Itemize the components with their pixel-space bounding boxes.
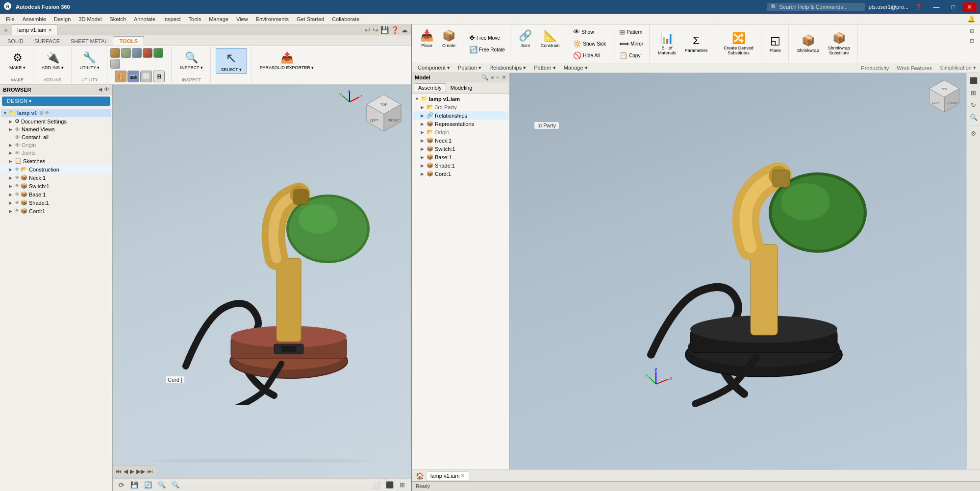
window-maximize-btn[interactable]: □ [947,2,959,12]
model-tree-root[interactable]: ▼ 📁 lamp v1.iam [413,95,508,103]
color-btn-6[interactable] [110,59,120,69]
model-tree-representations[interactable]: ▶ 📦 Representations [413,120,508,128]
play-prev-btn[interactable]: ◀ [124,468,128,475]
model-search-icon[interactable]: 🔍 [481,74,489,81]
model-tree-relationships[interactable]: ▶ 🔗 Relationships [413,111,508,120]
copy-btn[interactable]: 📋 Copy [616,50,646,61]
menu-collaborate[interactable]: Collaborate [328,15,363,23]
view-cube-btn[interactable]: ⬜ [370,480,382,490]
zoom-in-btn[interactable]: 🔍 [156,480,168,490]
viewcube[interactable]: TOP FRONT LEFT [364,92,403,131]
joint-btn[interactable]: 🔗 Joint [515,26,535,51]
search-help-commands[interactable]: 🔍 Search Help & Commands... [767,3,865,11]
grid-display-btn[interactable]: ⊞ [398,480,407,490]
rps-settings-btn[interactable]: ⚙ [968,128,979,139]
menu-annotate[interactable]: Annotate [130,15,159,23]
model-tree-3rdparty[interactable]: ▶ 📂 3rd Party [413,103,508,111]
component-dropdown[interactable]: Component ▾ [416,64,452,72]
notifications-btn[interactable]: 🔔 [964,15,978,23]
color-btn-1[interactable] [110,48,120,58]
color-btn-3[interactable] [132,48,142,58]
right-viewport-3d[interactable]: TOP FRONT LEFT [510,73,966,469]
appearance-btn[interactable]: 🎨 [115,71,126,82]
tree-item-lamp[interactable]: ▼ 📁 lamp v1 ⚙ 👁 [1,109,111,117]
model-tree-shade[interactable]: ▶ 📦 Shade:1 [413,161,508,170]
model-add-icon[interactable]: + [496,74,500,81]
color-btn-5[interactable] [153,48,163,58]
tab-modeling[interactable]: Modeling [446,83,477,92]
section-btn[interactable]: ⬜ [140,71,152,82]
model-close-icon[interactable]: ✕ [502,74,506,81]
orbit-btn[interactable]: ⟳ [117,480,126,490]
save-icon[interactable]: 💾 [380,26,389,34]
window-close-btn[interactable]: ✕ [963,2,976,12]
doc-tab-close-icon[interactable]: ✕ [48,27,52,33]
bill-materials-btn[interactable]: 📊 Bill ofMaterials [654,30,679,57]
show-sick-btn[interactable]: 🔆 Show Sick [570,38,609,49]
shrinkwrap-sub-btn[interactable]: 📦 ShrinkwrapSubstitute [825,30,854,57]
parasolid-btn[interactable]: 📤 PARASOLID EXPORTER ▾ [256,48,317,74]
save-screenshot-btn[interactable]: 💾 [128,480,140,490]
select-btn[interactable]: ↖ SELECT ▾ [216,48,247,74]
menu-manage[interactable]: Manage [205,15,232,23]
tree-item-joints[interactable]: ▶ 👁 Joints [1,149,111,157]
tab-lamp-close-icon[interactable]: ✕ [461,473,465,478]
rps-zoom-btn[interactable]: 🔍 [968,112,979,123]
tree-eye-icon[interactable]: 👁 [45,110,50,116]
tree-item-switch[interactable]: ▶ 👁 📦 Switch:1 [1,182,111,190]
undo-icon[interactable]: ↩ [365,26,371,34]
plane-btn[interactable]: ◱ Plane [766,31,784,56]
free-move-btn[interactable]: ✥ Free Move [466,32,508,43]
tab-assembly[interactable]: Assembly [414,83,446,92]
tree-item-named-views[interactable]: ▶ 👁 Named Views [1,125,111,133]
render-btn[interactable]: 📷 [127,71,139,82]
tree-item-base[interactable]: ▶ 👁 📦 Base:1 [1,190,111,198]
tree-item-contact[interactable]: 👁 Contact: all [1,133,111,141]
viewport-3d[interactable]: TOP FRONT LEFT X Y [113,85,411,491]
model-tree-neck[interactable]: ▶ 📦 Neck:1 [413,136,508,145]
free-rotate-btn[interactable]: 🔃 Free Rotate [466,44,508,55]
parameters-btn[interactable]: Σ Parameters [681,31,711,56]
menu-sketch[interactable]: Sketch [105,15,130,23]
rps-expand-btn[interactable]: ⬛ [968,75,979,86]
model-tree-cord[interactable]: ▶ 📦 Cord:1 [413,170,508,178]
tab-surface[interactable]: SURFACE [29,36,65,46]
push-to-cloud-icon[interactable]: ☁ [401,26,408,34]
menu-file[interactable]: File [2,15,19,23]
relationships-dropdown[interactable]: Relationships ▾ [487,64,528,72]
menu-get-started[interactable]: Get Started [293,15,328,23]
play-btn[interactable]: ▶ [130,468,134,475]
play-next-btn[interactable]: ▶▶ [136,468,145,475]
menu-tools[interactable]: Tools [185,15,205,23]
rps-view1-btn[interactable]: ⊞ [968,87,979,98]
pattern-dropdown[interactable]: Pattern ▾ [532,64,558,72]
mirror-btn[interactable]: ⟺ Mirror [616,38,646,49]
tree-item-cord[interactable]: ▶ 👁 📦 Cord:1 [1,207,111,215]
menu-environments[interactable]: Environments [252,15,293,23]
model-menu-icon[interactable]: ≡ [491,74,494,81]
color-btn-4[interactable] [143,48,152,58]
shrinkwrap-btn[interactable]: 📦 Shrinkwrap [794,31,823,56]
tree-item-origin[interactable]: ▶ 👁 Origin [1,141,111,149]
menu-3dmodel[interactable]: 3D Model [75,15,105,23]
model-tree-switch[interactable]: ▶ 📦 Switch:1 [413,145,508,153]
tree-item-sketches[interactable]: ▶ 📋 Sketches [1,157,111,165]
tab-lamp-right[interactable]: lamp v1.iam ✕ [426,471,469,480]
make-btn[interactable]: ⚙ MAKE ▾ [6,48,29,74]
zoom-out-btn[interactable]: 🔍 [170,480,181,490]
tab-sheet-metal[interactable]: SHEET METAL [65,36,113,46]
place-btn[interactable]: 📥 Place [417,26,437,51]
tab-solid[interactable]: SOLID [2,36,29,46]
tree-item-shade[interactable]: ▶ 👁 📦 Shade:1 [1,198,111,207]
tree-item-doc-settings[interactable]: ▶ ⚙ Document Settings [1,117,111,125]
zoom-fit-btn[interactable]: 🔄 [142,480,154,490]
create-btn[interactable]: 📦 Create [439,26,459,51]
new-tab-btn[interactable]: + [0,25,12,35]
tab-tools[interactable]: TOOLS [113,36,144,46]
menu-assemble[interactable]: Assemble [19,15,50,23]
doc-tab-active[interactable]: lamp v1.iam ✕ [12,25,57,35]
r-collapse-btn[interactable]: ⊟ [967,36,976,45]
redo-icon[interactable]: ↪ [373,26,378,34]
constrain-btn[interactable]: 📐 Constrain [537,26,563,51]
browser-eye-icon[interactable]: 👁 [104,86,109,93]
